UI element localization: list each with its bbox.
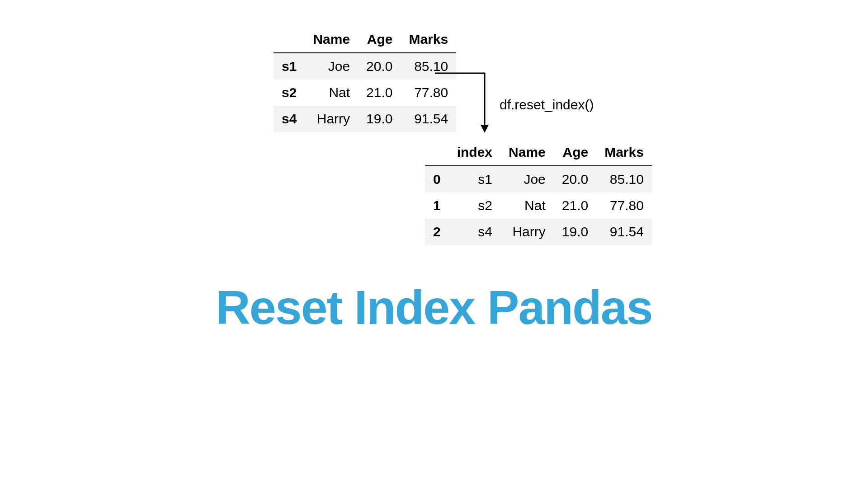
row-index: s1 [274,53,305,80]
row-index: 2 [425,219,449,245]
col-header-age: Age [358,26,401,53]
cell-oldindex: s4 [449,219,500,245]
col-header-blank [425,139,449,166]
cell-marks: 91.54 [596,219,652,245]
row-index: 1 [425,192,449,219]
col-header-index: index [449,139,500,166]
col-header-name: Name [500,139,554,166]
col-header-name: Name [305,26,358,53]
cell-marks: 85.10 [596,166,652,192]
cell-name: Joe [305,53,358,80]
cell-age: 19.0 [358,106,401,132]
row-index: s2 [274,80,305,106]
cell-name: Nat [500,192,554,219]
dataframe-before: Name Age Marks s1 Joe 20.0 85.10 s2 Nat … [274,26,456,132]
table-header-row: index Name Age Marks [425,139,652,166]
col-header-blank [274,26,305,53]
cell-name: Nat [305,80,358,106]
table-row: 1 s2 Nat 21.0 77.80 [425,192,652,219]
cell-age: 20.0 [554,166,596,192]
cell-name: Harry [305,106,358,132]
cell-age: 21.0 [358,80,401,106]
col-header-marks: Marks [401,26,456,53]
col-header-marks: Marks [596,139,652,166]
table-row: s4 Harry 19.0 91.54 [274,106,456,132]
row-index: s4 [274,106,305,132]
col-header-age: Age [554,139,596,166]
table-row: s1 Joe 20.0 85.10 [274,53,456,80]
page-title: Reset Index Pandas [95,280,773,335]
cell-age: 20.0 [358,53,401,80]
cell-oldindex: s1 [449,166,500,192]
table-header-row: Name Age Marks [274,26,456,53]
cell-age: 21.0 [554,192,596,219]
cell-age: 19.0 [554,219,596,245]
cell-marks: 77.80 [596,192,652,219]
dataframe-after: index Name Age Marks 0 s1 Joe 20.0 85.10… [425,139,652,245]
table-row: 0 s1 Joe 20.0 85.10 [425,166,652,192]
cell-oldindex: s2 [449,192,500,219]
table-row: s2 Nat 21.0 77.80 [274,80,456,106]
table-row: 2 s4 Harry 19.0 91.54 [425,219,652,245]
svg-marker-0 [481,125,489,133]
row-index: 0 [425,166,449,192]
code-label: df.reset_index() [500,97,594,113]
cell-name: Joe [500,166,554,192]
cell-name: Harry [500,219,554,245]
